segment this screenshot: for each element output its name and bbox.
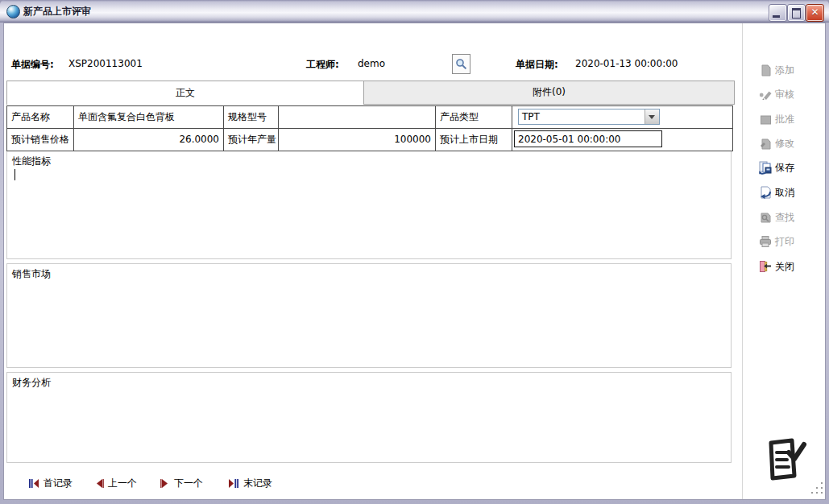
minimize-button[interactable] [769, 4, 787, 22]
launch-date-label: 预计上市日期 [436, 129, 512, 151]
prev-record-button[interactable]: 上一个 [94, 476, 137, 490]
first-record-button[interactable]: 首记录 [28, 476, 73, 490]
approve-icon [758, 112, 773, 126]
print-button: 打印 [758, 232, 824, 251]
price-label: 预计销售价格 [7, 129, 74, 151]
market-label: 销售市场 [12, 267, 51, 281]
spec-field[interactable] [279, 106, 436, 129]
panel-divider [742, 23, 743, 499]
next-record-label: 下一个 [174, 477, 203, 490]
product-type-select[interactable]: TPT [518, 109, 660, 125]
volume-field[interactable]: 100000 [279, 129, 436, 151]
add-button: 添加 [758, 60, 824, 80]
launch-date-cell [512, 129, 732, 151]
app-window: 新产品上市评审 ✕ 单据编号: XSP200113001 工程师: demo 单… [0, 0, 829, 504]
next-record-icon [160, 478, 170, 489]
resize-grip[interactable] [811, 482, 824, 495]
approve-button: 批准 [758, 109, 824, 129]
combo-dropdown-button[interactable] [645, 109, 659, 124]
doc-no-value: XSP200113001 [68, 58, 143, 69]
product-name-label: 产品名称 [7, 106, 74, 129]
product-type-label: 产品类型 [436, 106, 512, 129]
performance-label: 性能指标 [12, 155, 51, 168]
tab-main[interactable]: 正文 [6, 81, 364, 105]
find-icon [758, 210, 773, 225]
doc-date-label: 单据日期: [516, 58, 558, 72]
close-button[interactable]: ✕ [806, 4, 824, 22]
save-button[interactable]: 保存 [758, 158, 824, 177]
globe-icon [6, 5, 20, 19]
audit-button: 审核 [758, 85, 824, 104]
finance-label: 财务分析 [12, 376, 51, 390]
product-type-cell: TPT [512, 106, 732, 129]
engineer-search-button[interactable] [452, 54, 470, 74]
close-form-button[interactable]: 关闭 [758, 257, 824, 276]
product-name-field[interactable]: 单面含氟复合白色背板 [74, 106, 224, 129]
prev-record-label: 上一个 [108, 477, 137, 490]
engineer-label: 工程师: [306, 58, 339, 72]
volume-label: 预计年产量 [224, 129, 279, 151]
product-type-value: TPT [522, 111, 540, 122]
cancel-button[interactable]: 取消 [758, 183, 824, 202]
price-field[interactable]: 26.0000 [74, 129, 224, 151]
spec-label: 规格型号 [224, 106, 279, 129]
window-title: 新产品上市评审 [23, 5, 91, 19]
finance-section[interactable]: 财务分析 [6, 372, 732, 463]
doc-no-label: 单据编号: [11, 58, 54, 72]
chevron-down-icon [649, 115, 655, 119]
first-record-icon [28, 478, 39, 489]
last-record-label: 末记录 [243, 477, 272, 490]
next-record-button[interactable]: 下一个 [160, 476, 203, 490]
modify-button: 修改 [758, 134, 824, 153]
stamp-icon [762, 436, 807, 484]
launch-date-input[interactable] [514, 130, 662, 147]
market-section[interactable]: 销售市场 [6, 263, 732, 368]
last-record-button[interactable]: 末记录 [228, 476, 272, 490]
add-icon [758, 63, 773, 77]
engineer-value: demo [358, 58, 385, 69]
text-cursor [15, 169, 15, 180]
save-icon [758, 160, 773, 175]
print-icon [758, 234, 773, 249]
find-button: 查找 [758, 208, 824, 227]
product-form-table: 产品名称 单面含氟复合白色背板 规格型号 产品类型 TPT 预计销售价格 26.… [6, 105, 733, 151]
doc-date-value: 2020-01-13 00:00:00 [575, 58, 678, 69]
cancel-icon [758, 185, 773, 200]
modify-icon [758, 136, 773, 151]
last-record-icon [228, 478, 239, 489]
performance-section[interactable]: 性能指标 [6, 151, 732, 259]
titlebar[interactable]: 新产品上市评审 ✕ [0, 0, 829, 23]
first-record-label: 首记录 [44, 477, 73, 490]
audit-icon [758, 87, 773, 101]
search-icon [455, 58, 467, 70]
tab-attachments[interactable]: 附件(0) [363, 81, 735, 105]
prev-record-icon [94, 478, 104, 489]
close-form-icon [758, 259, 773, 274]
maximize-button[interactable] [787, 4, 806, 22]
